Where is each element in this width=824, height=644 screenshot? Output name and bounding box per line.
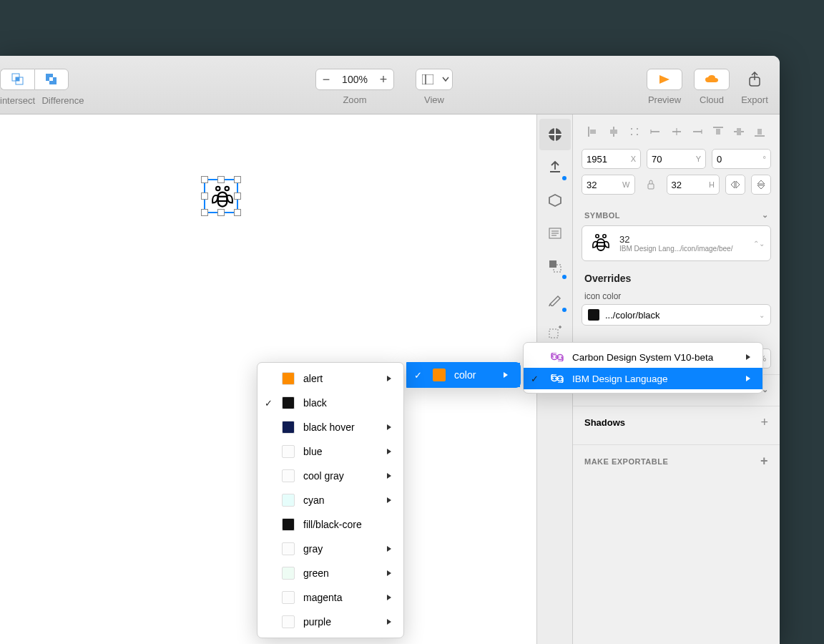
align-bottom-button[interactable] <box>751 123 768 140</box>
zoom-label: Zoom <box>343 94 366 105</box>
resize-handle[interactable] <box>234 192 241 200</box>
rail-pen-button[interactable] <box>539 283 571 315</box>
swatch-icon <box>588 309 599 321</box>
export-button[interactable] <box>741 69 768 90</box>
preview-label: Preview <box>648 94 681 105</box>
menu-item-swatch[interactable]: black hover <box>258 415 403 439</box>
svg-point-45 <box>596 235 599 238</box>
swatch-icon <box>433 369 446 381</box>
svg-rect-25 <box>590 130 596 134</box>
swatch-icon <box>282 542 295 555</box>
export-icon <box>748 72 761 87</box>
zoom-control: − 100% + <box>315 69 394 90</box>
rail-text-button[interactable] <box>539 218 571 249</box>
chevron-right-icon <box>386 545 392 552</box>
flip-h-button[interactable] <box>725 175 745 195</box>
rail-resize-button[interactable] <box>539 250 571 282</box>
rail-library-button[interactable] <box>539 119 571 150</box>
svg-point-29 <box>631 134 632 135</box>
menu-item-design-system[interactable]: Carbon Design System V10-beta <box>524 346 762 368</box>
symbol-selector[interactable]: 32 IBM Design Lang.../icon/image/bee/ ⌃⌄ <box>582 225 771 261</box>
bee-icon <box>589 232 612 255</box>
menu-item-swatch[interactable]: green <box>258 561 403 585</box>
svg-rect-39 <box>716 129 720 135</box>
resize-handle[interactable] <box>234 176 241 183</box>
menu-item-swatch[interactable]: ✓black <box>258 391 403 415</box>
align-top-button[interactable] <box>710 123 727 140</box>
library-icon <box>547 127 563 142</box>
menu-item-label: alert <box>303 373 323 384</box>
preview-button[interactable] <box>647 69 682 90</box>
overrides-header: Overrides <box>582 261 771 288</box>
align-controls <box>582 120 771 149</box>
add-shadow-button[interactable]: + <box>760 415 768 430</box>
height-field[interactable]: H <box>667 175 720 195</box>
lock-aspect-button[interactable] <box>641 175 661 195</box>
view-control[interactable] <box>416 69 453 90</box>
resize-handle[interactable] <box>201 192 208 200</box>
menu-item-swatch[interactable]: alert <box>258 366 403 391</box>
zoom-value[interactable]: 100% <box>336 74 373 85</box>
align-hcenter-button[interactable] <box>605 123 622 140</box>
indicator-dot <box>562 176 566 180</box>
menu-item-color[interactable]: ✓color <box>407 363 520 387</box>
text-icon <box>548 226 562 240</box>
chevron-right-icon <box>745 375 751 382</box>
menu-item-label: Carbon Design System V10-beta <box>572 352 713 363</box>
chevron-right-icon <box>745 353 751 361</box>
override-select[interactable]: .../color/black ⌄ <box>582 304 771 326</box>
menu-item-swatch[interactable]: blue <box>258 439 403 464</box>
intersect-button[interactable] <box>0 69 34 90</box>
y-field[interactable]: Y <box>647 149 706 169</box>
collapse-symbol-button[interactable]: ⌄ <box>762 210 769 220</box>
menu-item-swatch[interactable]: purple <box>258 610 403 634</box>
design-system-menu: Carbon Design System V10-beta✓IBM Design… <box>523 342 763 394</box>
width-field[interactable]: W <box>582 175 635 195</box>
menu-item-swatch[interactable]: magenta <box>258 585 403 610</box>
symbol-path: IBM Design Lang.../icon/image/bee/ <box>619 245 732 253</box>
difference-button[interactable] <box>34 69 69 90</box>
swatch-icon <box>282 615 295 628</box>
x-field[interactable]: X <box>582 149 641 169</box>
dist-h-button[interactable] <box>626 123 643 140</box>
export-label: Export <box>741 94 768 105</box>
menu-item-design-system[interactable]: ✓IBM Design Language <box>524 368 762 389</box>
resize-handle[interactable] <box>217 209 225 216</box>
chevron-right-icon <box>386 618 392 625</box>
menu-item-swatch[interactable]: cyan <box>258 488 403 512</box>
svg-rect-43 <box>757 129 762 135</box>
menu-item-swatch[interactable]: fill/black-core <box>258 512 403 537</box>
selected-symbol[interactable] <box>204 179 238 213</box>
flip-v-button[interactable] <box>751 175 771 195</box>
rotation-field[interactable]: ° <box>712 149 771 169</box>
resize-handle[interactable] <box>201 209 208 216</box>
indicator-dot <box>562 308 566 312</box>
cloud-icon <box>705 74 719 84</box>
svg-point-9 <box>216 187 220 191</box>
resize-handle[interactable] <box>201 176 208 183</box>
resize-handle[interactable] <box>217 176 225 183</box>
rail-shape-button[interactable] <box>539 185 571 216</box>
override-label: icon color <box>582 288 771 304</box>
resize-handle[interactable] <box>234 209 241 216</box>
menu-item-label: blue <box>303 446 322 457</box>
svg-rect-11 <box>218 192 227 207</box>
swatch-icon <box>282 469 295 482</box>
align-middle-button[interactable] <box>730 123 747 140</box>
menu-item-swatch[interactable]: gray <box>258 537 403 561</box>
add-export-button[interactable]: + <box>760 454 768 469</box>
symbol-header: SYMBOL <box>584 211 620 220</box>
zoom-in-button[interactable]: + <box>373 69 393 89</box>
align-vcenter-button[interactable] <box>668 123 685 140</box>
rail-upload-button[interactable] <box>539 152 571 183</box>
dist-v-button[interactable] <box>689 123 706 140</box>
cloud-button[interactable] <box>694 69 730 90</box>
zoom-out-button[interactable]: − <box>316 69 336 89</box>
align-left-button[interactable] <box>584 123 602 140</box>
svg-rect-6 <box>422 74 426 84</box>
svg-marker-16 <box>549 195 561 206</box>
align-right-button[interactable] <box>647 123 664 140</box>
menu-item-swatch[interactable]: cool gray <box>258 464 403 488</box>
add-frame-icon <box>548 325 562 339</box>
menu-item-label: color <box>454 369 476 381</box>
